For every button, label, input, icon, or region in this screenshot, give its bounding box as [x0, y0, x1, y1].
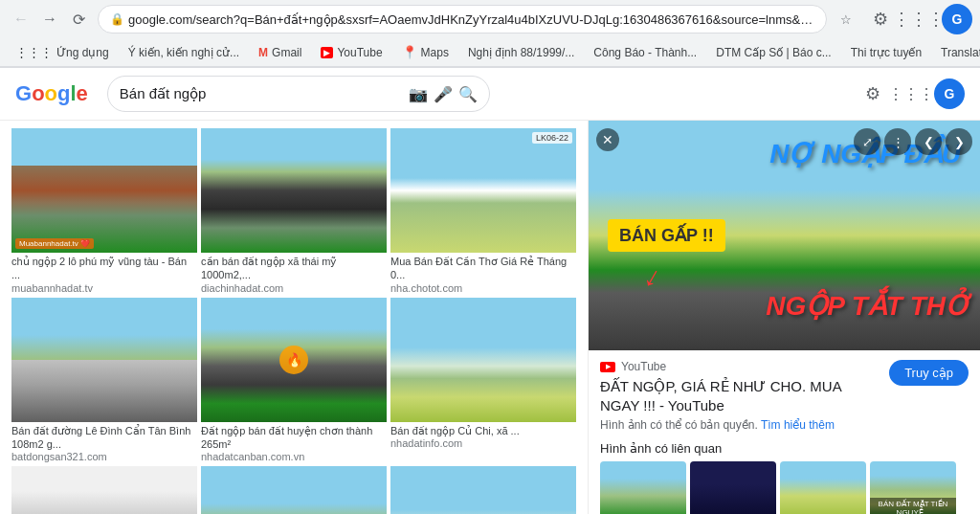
google-logo: Google — [15, 81, 88, 106]
right-panel: ✕ ⤢ ⋮ ❮ ❯ NỢ NGẬP ĐẦU BÁN GẤP !! ↓ NGỘP … — [588, 121, 980, 514]
fullscreen-button[interactable]: ⤢ — [854, 128, 880, 155]
list-item[interactable] — [390, 466, 576, 514]
image-source: batdongsan321.com — [11, 451, 197, 462]
bookmark-maps[interactable]: 📍 Maps — [394, 43, 457, 61]
list-item[interactable]: Muabannhadat.tv ❤️ chủ ngộp 2 lô phú mỹ … — [11, 128, 197, 294]
related-image-4[interactable]: BÁN ĐẤT MẶT TIỀN NGUYỄ... — [870, 461, 956, 514]
image-source: muabannhadat.tv — [11, 282, 197, 294]
image-grid: Muabannhadat.tv ❤️ chủ ngộp 2 lô phú mỹ … — [0, 121, 588, 514]
search-button-icon[interactable]: 🔍 — [458, 85, 478, 103]
title-col: YouTube ĐẤT NGỘP, GIÁ RẺ NHƯ CHO. MUA NG… — [600, 360, 881, 418]
image-thumbnail[interactable]: 🔥 — [201, 298, 387, 422]
video-close-button[interactable]: ✕ — [596, 128, 619, 151]
bookmark-youtube-label: YouTube — [337, 46, 382, 59]
related-images-title: Hình ảnh có liên quan — [600, 441, 969, 456]
video-background: NỢ NGẬP ĐẦU BÁN GẤP !! ↓ NGỘP TẮT THỞ — [589, 121, 980, 350]
list-item[interactable]: 🔥 Đất ngộp bán đất huyện chơn thành 265m… — [201, 298, 387, 463]
bookmark-nghi-dinh[interactable]: Nghị định 88/1999/... — [460, 44, 582, 61]
search-input[interactable] — [120, 86, 401, 102]
image-thumbnail[interactable] — [201, 466, 387, 514]
panel-title: ĐẤT NGỘP, GIÁ RẺ NHƯ CHO. MUA NGAY !!! -… — [600, 377, 881, 414]
list-item[interactable]: CốcCốc — [11, 466, 197, 514]
bookmark-gmail-label: Gmail — [272, 46, 301, 59]
bookmark-dtm-label: DTM Cấp Số | Báo c... — [716, 46, 831, 59]
panel-note: Hình ảnh có thể có bản quyền. Tìm hiểu t… — [600, 418, 969, 432]
related-image-3[interactable] — [780, 461, 866, 514]
nav-bar: ← → ⟳ 🔒 google.com/search?q=Bán+đất+ngộp… — [0, 0, 980, 38]
image-source: nhadatinfo.com — [390, 437, 576, 449]
google-apps-button[interactable]: ⋮⋮⋮ — [896, 78, 926, 109]
settings-button[interactable]: ⚙ — [865, 4, 896, 34]
bookmark-thi[interactable]: Thi trực tuyến — [843, 44, 929, 61]
image-label: Bán đất ngộp Củ Chi, xã ... — [390, 424, 576, 437]
bookmark-gmail[interactable]: M Gmail — [251, 44, 309, 61]
browser-chrome: ← → ⟳ 🔒 google.com/search?q=Bán+đất+ngộp… — [0, 0, 980, 68]
list-item[interactable] — [201, 466, 387, 514]
image-row-2: Bán đất đường Lê Đình Cẩn Tân Bình 108m2… — [11, 298, 576, 463]
image-label: Đất ngộp bán đất huyện chơn thành 265m² — [201, 424, 387, 452]
search-icons: 📷 🎤 🔍 — [409, 85, 478, 103]
related-image-1[interactable] — [600, 461, 686, 514]
image-thumbnail[interactable]: Muabannhadat.tv ❤️ — [11, 128, 197, 253]
google-header-right: ⚙ ⋮⋮⋮ G — [858, 78, 965, 109]
more-options-button[interactable]: ⋮ — [884, 128, 911, 155]
panel-info: YouTube ĐẤT NGỘP, GIÁ RẺ NHƯ CHO. MUA NG… — [589, 350, 980, 514]
voice-search-icon[interactable]: 🎤 — [434, 85, 453, 103]
bookmark-apps[interactable]: ⋮⋮⋮ Ứng dụng — [8, 43, 117, 61]
list-item[interactable]: LK06-22 Mua Bán Đất Cần Thơ Giá Rẻ Tháng… — [390, 128, 576, 294]
list-item[interactable]: Bán đất đường Lê Đình Cẩn Tân Bình 108m2… — [11, 298, 197, 463]
back-button[interactable]: ← — [8, 6, 34, 33]
browser-header-right: ⚙ ⋮⋮⋮ G — [865, 4, 972, 34]
watermark-badge: Muabannhadat.tv ❤️ — [15, 238, 94, 249]
list-item[interactable]: cần bán đất ngộp xã thái mỹ 1000m2,... d… — [201, 128, 387, 294]
related-image-2[interactable] — [690, 461, 776, 514]
image-thumbnail[interactable] — [11, 298, 197, 422]
visit-button[interactable]: Truy cập — [889, 360, 969, 386]
bookmark-feedback[interactable]: Ý kiến, kiến nghị cử... — [121, 44, 247, 61]
youtube-icon — [600, 362, 615, 372]
youtube-label: YouTube — [621, 360, 666, 373]
image-row-1: Muabannhadat.tv ❤️ chủ ngộp 2 lô phú mỹ … — [11, 128, 576, 294]
search-box[interactable]: 📷 🎤 🔍 — [107, 76, 490, 112]
nav-buttons: ← → ⟳ — [8, 6, 92, 33]
bookmark-translate[interactable]: Translate — [933, 44, 980, 61]
bookmark-thi-label: Thi trực tuyến — [851, 46, 922, 59]
forward-button[interactable]: → — [36, 6, 63, 33]
image-thumbnail[interactable] — [390, 298, 576, 422]
apps-grid-icon: ⋮⋮⋮ — [15, 45, 53, 59]
bookmark-cong-bao[interactable]: Công Báo - Thành... — [586, 44, 704, 61]
image-thumbnail[interactable]: CốcCốc — [11, 466, 197, 514]
youtube-source: YouTube — [600, 360, 881, 373]
google-page: Google 📷 🎤 🔍 ⚙ ⋮⋮⋮ G Muabannhadat.tv ❤️ — [0, 68, 980, 514]
title-source-row: YouTube ĐẤT NGỘP, GIÁ RẺ NHƯ CHO. MUA NG… — [600, 360, 969, 418]
prev-button[interactable]: ❮ — [915, 128, 942, 155]
list-item[interactable]: Bán đất ngộp Củ Chi, xã ... nhadatinfo.c… — [390, 298, 576, 463]
learn-more-link[interactable]: Tìm hiểu thêm — [761, 418, 835, 432]
bookmark-dtm[interactable]: DTM Cấp Số | Báo c... — [708, 44, 838, 61]
bookmark-star-button[interactable]: ☆ — [833, 6, 859, 33]
next-button[interactable]: ❯ — [946, 128, 972, 155]
google-settings-button[interactable]: ⚙ — [858, 78, 888, 109]
reload-button[interactable]: ⟳ — [65, 6, 92, 33]
video-controls-top: ⤢ ⋮ ❮ ❯ — [854, 128, 972, 155]
related-images: BÁN ĐẤT MẶT TIỀN NGUYỄ... — [600, 461, 969, 514]
image-label: cần bán đất ngộp xã thái mỹ 1000m2,... — [201, 255, 387, 282]
google-avatar[interactable]: G — [934, 78, 965, 109]
image-label: Mua Bán Đất Cần Thơ Giá Rẻ Tháng 0... — [390, 255, 576, 282]
image-label: chủ ngộp 2 lô phú mỹ vũng tàu - Bán ... — [11, 255, 197, 282]
bookmark-youtube[interactable]: ▶ YouTube — [313, 44, 390, 61]
bookmark-apps-label: Ứng dụng — [56, 46, 109, 59]
user-avatar[interactable]: G — [942, 4, 972, 34]
panel-note-text: Hình ảnh có thể có bản quyền. — [600, 418, 758, 432]
bookmark-nghi-dinh-label: Nghị định 88/1999/... — [468, 46, 574, 59]
image-thumbnail[interactable] — [201, 128, 387, 253]
apps-menu-button[interactable]: ⋮⋮⋮ — [903, 4, 934, 34]
lk-badge: LK06-22 — [532, 132, 572, 144]
image-thumbnail[interactable]: LK06-22 — [390, 128, 576, 253]
address-bar[interactable]: 🔒 google.com/search?q=Bán+đất+ngộp&sxsrf… — [98, 5, 827, 34]
image-search-icon[interactable]: 📷 — [409, 85, 428, 103]
bookmark-maps-label: Maps — [421, 46, 449, 59]
image-thumbnail[interactable] — [390, 466, 576, 514]
bookmark-cong-bao-label: Công Báo - Thành... — [593, 46, 697, 59]
main-content: Muabannhadat.tv ❤️ chủ ngộp 2 lô phú mỹ … — [0, 121, 980, 514]
